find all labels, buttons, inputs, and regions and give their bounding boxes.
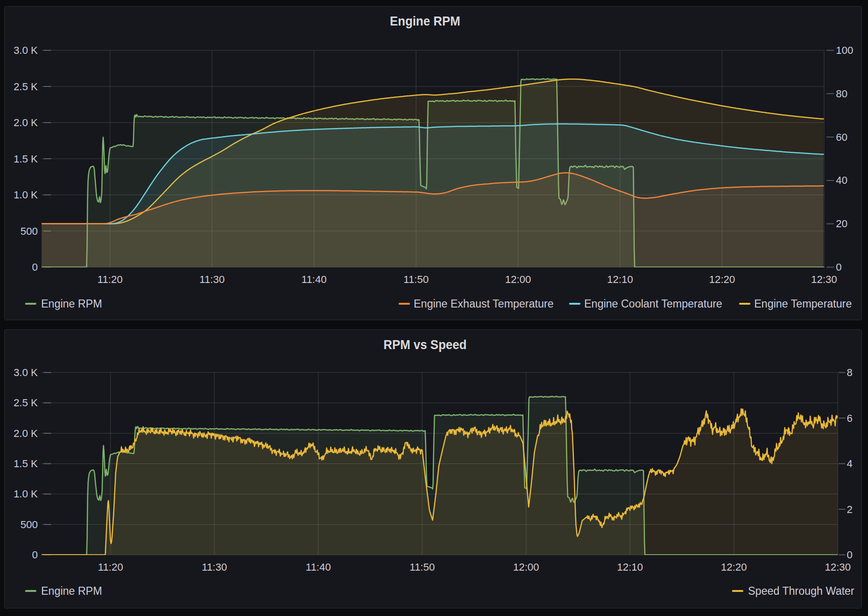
svg-text:60: 60 — [836, 131, 847, 143]
svg-text:1.5 K: 1.5 K — [14, 153, 38, 165]
svg-text:Speed Through Water: Speed Through Water — [748, 585, 854, 597]
svg-text:80: 80 — [836, 88, 847, 100]
svg-text:8: 8 — [847, 367, 852, 378]
svg-text:2.0 K: 2.0 K — [14, 117, 38, 128]
svg-text:1.0 K: 1.0 K — [14, 189, 38, 201]
svg-text:2.5 K: 2.5 K — [14, 81, 38, 93]
svg-text:12:20: 12:20 — [709, 274, 735, 285]
svg-text:500: 500 — [20, 519, 38, 530]
svg-text:1.5 K: 1.5 K — [14, 458, 38, 470]
svg-text:2.0 K: 2.0 K — [14, 428, 38, 439]
svg-text:12:30: 12:30 — [825, 561, 851, 573]
svg-text:12:30: 12:30 — [811, 274, 837, 285]
svg-text:12:10: 12:10 — [607, 274, 633, 285]
svg-text:Engine RPM: Engine RPM — [41, 298, 102, 310]
svg-text:11:40: 11:40 — [306, 561, 331, 573]
svg-text:2.5 K: 2.5 K — [14, 397, 38, 409]
svg-text:11:20: 11:20 — [97, 274, 122, 285]
svg-text:Engine Exhaust Temperature: Engine Exhaust Temperature — [414, 298, 553, 310]
svg-text:11:40: 11:40 — [301, 274, 326, 285]
svg-text:12:00: 12:00 — [505, 274, 531, 285]
svg-text:11:50: 11:50 — [403, 274, 428, 285]
svg-text:12:20: 12:20 — [721, 561, 747, 573]
svg-text:Engine RPM: Engine RPM — [390, 14, 460, 28]
svg-text:0: 0 — [847, 549, 852, 561]
svg-text:3.0 K: 3.0 K — [14, 44, 38, 56]
svg-text:11:30: 11:30 — [199, 274, 224, 285]
svg-text:3.0 K: 3.0 K — [14, 367, 38, 378]
svg-text:Engine RPM: Engine RPM — [41, 585, 102, 597]
svg-text:4: 4 — [847, 458, 852, 470]
svg-text:20: 20 — [836, 218, 847, 230]
svg-text:Engine Coolant Temperature: Engine Coolant Temperature — [584, 298, 722, 310]
svg-text:1.0 K: 1.0 K — [14, 488, 38, 500]
svg-text:RPM vs Speed: RPM vs Speed — [383, 337, 467, 352]
svg-text:0: 0 — [32, 261, 38, 273]
svg-text:6: 6 — [847, 412, 852, 424]
svg-text:Engine Temperature: Engine Temperature — [754, 298, 852, 310]
svg-text:0: 0 — [32, 549, 38, 561]
svg-text:11:50: 11:50 — [409, 561, 434, 573]
svg-text:40: 40 — [836, 174, 847, 186]
svg-text:12:00: 12:00 — [513, 561, 539, 573]
svg-text:100: 100 — [836, 44, 853, 56]
svg-text:0: 0 — [836, 261, 842, 273]
svg-text:11:30: 11:30 — [202, 561, 227, 573]
svg-text:11:20: 11:20 — [98, 561, 123, 573]
svg-text:2: 2 — [847, 504, 852, 515]
svg-text:500: 500 — [20, 225, 38, 237]
svg-text:12:10: 12:10 — [617, 561, 643, 573]
